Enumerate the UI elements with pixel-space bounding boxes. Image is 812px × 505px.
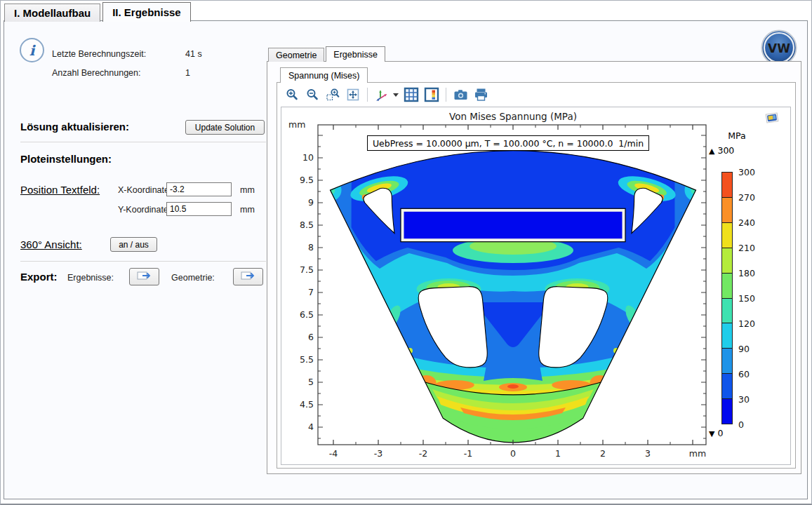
viewer-tab-geometrie[interactable]: Geometrie (268, 48, 324, 62)
down-triangle-icon: ▼ (709, 429, 714, 438)
y-tick-label: 9.5 (300, 175, 314, 185)
colorbar-band (722, 222, 732, 248)
zoom-out-icon[interactable] (305, 87, 320, 102)
y-tick-label: 5.5 (300, 354, 314, 365)
y-tick-label: 8 (308, 242, 314, 252)
y-tick-label: 9 (308, 197, 314, 208)
export-icon (241, 271, 256, 283)
text-position-heading: Position Textfeld: (20, 184, 100, 196)
colorbar-unit: MPa (721, 130, 752, 141)
colorbar (721, 172, 733, 424)
toolbar-separator (367, 88, 368, 102)
stress-plot: Von Mises Spannung (MPa) mm (281, 107, 792, 466)
orientation-dropdown-caret[interactable] (393, 93, 399, 97)
view-360-toggle-button[interactable]: an / aus (110, 237, 157, 252)
x-tick-label: -3 (374, 448, 382, 459)
colorbar-band (722, 398, 732, 424)
computation-count-value: 1 (185, 68, 190, 78)
update-solution-button[interactable]: Update Solution (185, 120, 265, 135)
colorbar-band (722, 273, 732, 298)
colorbar-tick-label: 180 (738, 268, 762, 278)
export-heading: Export: (20, 271, 58, 283)
print-icon[interactable] (473, 87, 488, 102)
plot-panel: Von Mises Spannung (MPa) mm (277, 82, 796, 469)
y-coordinate-label: Y-Koordinate: (118, 205, 171, 215)
graphics-toolbar (284, 85, 488, 105)
plot-title: Von Mises Spannung (MPa) (449, 111, 577, 122)
x-axis-tick-labels: -4-3-2-10123 (329, 448, 651, 459)
x-tick-label: 0 (510, 448, 516, 459)
colorbar-tick-label: 270 (738, 192, 762, 203)
export-geometry-button[interactable] (233, 268, 263, 285)
divider (20, 142, 266, 142)
y-tick-label: 4 (308, 422, 314, 432)
y-tick-label: 7 (308, 287, 314, 297)
y-axis-unit: mm (288, 119, 305, 130)
viewer-tabbar: Geometrie Ergebnisse (268, 46, 385, 62)
tab-ergebnisse[interactable]: II. Ergebnisse (102, 2, 191, 22)
viewer-tab-ergebnisse[interactable]: Ergebnisse (326, 46, 385, 62)
colorbar-tick-label: 210 (738, 243, 762, 253)
y-coordinate-unit: mm (240, 205, 255, 215)
export-geometry-label: Geometrie: (171, 273, 215, 283)
colorbar-band (722, 373, 732, 398)
colorbar-max-marker: ▲ 300 (709, 145, 734, 156)
y-coordinate-input[interactable] (166, 202, 232, 216)
colorbar-band (722, 197, 732, 222)
y-tick-label: 6.5 (300, 309, 314, 320)
legend-toggle-icon[interactable] (424, 87, 439, 102)
colorbar-tick-label: 90 (738, 344, 762, 354)
colorbar-tick-label: 240 (738, 217, 762, 228)
computation-count-label: Anzahl Berechnungen: (52, 68, 140, 78)
y-tick-label: 4.5 (300, 399, 314, 410)
snapshot-camera-icon[interactable] (453, 87, 468, 102)
up-triangle-icon: ▲ (709, 147, 714, 156)
y-tick-label: 8.5 (300, 220, 314, 230)
colorbar-min-marker: ▼ 0 (709, 428, 723, 438)
orientation-axes-icon[interactable] (374, 87, 390, 102)
colorbar-tick-label: 300 (738, 167, 762, 177)
export-results-label: Ergebnisse: (67, 273, 114, 283)
plot-window-icon[interactable] (764, 110, 780, 128)
divider (20, 261, 266, 262)
colorbar-band (722, 248, 732, 273)
colorbar-band (722, 173, 732, 197)
y-tick-label: 7.5 (300, 264, 314, 275)
toolbar-separator (446, 88, 446, 102)
results-panel: Spannung (Mises) (267, 61, 801, 474)
x-tick-label: -2 (419, 448, 427, 459)
grid-toggle-icon[interactable] (404, 87, 419, 102)
y-tick-label: 10 (302, 152, 314, 163)
colorbar-tick-label: 120 (738, 318, 762, 329)
x-tick-label: -1 (464, 448, 472, 459)
x-coordinate-unit: mm (240, 185, 255, 195)
parameter-annotation-box: UebPress = 10.0000 µm, T = 100.000 °C, n… (367, 135, 649, 151)
x-tick-label: -4 (329, 448, 338, 459)
export-icon (137, 271, 152, 283)
plot-tab-spannung-mises[interactable]: Spannung (Mises) (280, 67, 368, 83)
y-axis-tick-labels: 109.598.587.576.565.554.54 (300, 152, 314, 432)
x-coordinate-label: X-Koordinate: (118, 185, 171, 195)
zoom-box-icon[interactable] (325, 87, 340, 102)
colorbar-band (722, 323, 732, 348)
colorbar-tick-label: 60 (738, 369, 762, 379)
y-tick-label: 5 (308, 377, 314, 387)
graphics-canvas[interactable]: Von Mises Spannung (MPa) mm (281, 107, 791, 465)
colorbar-tick-label: 30 (738, 394, 762, 405)
zoom-in-icon[interactable] (284, 87, 300, 102)
update-solution-label: Lösung aktualisieren: (20, 121, 129, 133)
view-360-heading: 360° Ansicht: (20, 238, 82, 250)
info-icon: i (20, 38, 44, 62)
x-coordinate-input[interactable] (166, 182, 232, 196)
colorbar-tick-label: 0 (738, 419, 762, 430)
export-results-button[interactable] (129, 268, 159, 285)
colorbar-band (722, 298, 732, 323)
colorbar-band (722, 348, 732, 373)
x-tick-label: 3 (645, 448, 651, 459)
svg-text:VW: VW (768, 41, 790, 55)
tab-modellaufbau[interactable]: I. Modellaufbau (4, 4, 100, 22)
main-tabbar: I. Modellaufbau II. Ergebnisse (4, 2, 191, 22)
zoom-extents-icon[interactable] (345, 87, 361, 102)
x-tick-label: 1 (555, 448, 561, 459)
plot-settings-heading: Ploteinstellungen: (20, 153, 112, 165)
